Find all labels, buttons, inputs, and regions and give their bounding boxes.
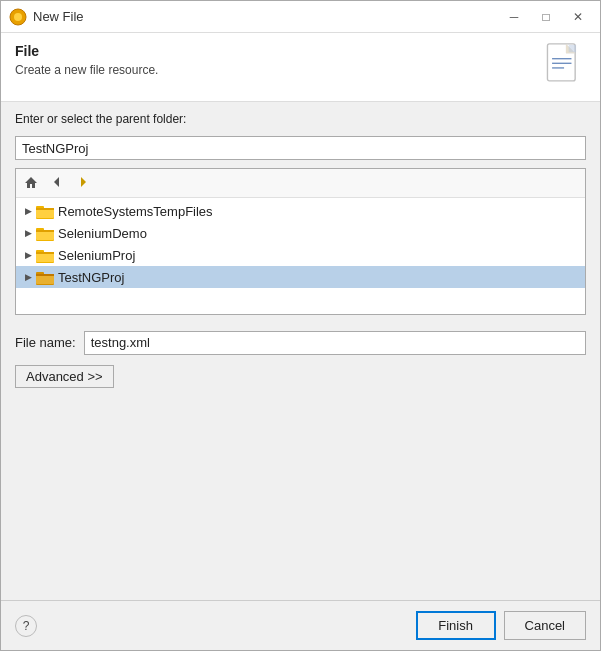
tree-toolbar <box>16 169 585 198</box>
svg-rect-27 <box>36 274 54 276</box>
title-bar: New File ─ □ ✕ <box>1 1 600 33</box>
tree-item-label-seleniumdemo: SeleniumDemo <box>58 226 147 241</box>
tree-item-seleniumproj[interactable]: ▶ SeleniumProj <box>16 244 585 266</box>
svg-rect-23 <box>36 252 54 254</box>
minimize-button[interactable]: ─ <box>500 6 528 28</box>
parent-folder-input[interactable] <box>15 136 586 160</box>
tree-item-label-remote: RemoteSystemsTempFiles <box>58 204 213 219</box>
svg-point-1 <box>14 13 22 21</box>
svg-marker-9 <box>25 177 37 188</box>
new-file-dialog: New File ─ □ ✕ File Create a new file re… <box>0 0 601 651</box>
tree-item-label-testngproj: TestNGProj <box>58 270 124 285</box>
back-button[interactable] <box>46 172 68 194</box>
forward-button[interactable] <box>72 172 94 194</box>
file-name-section: File name: <box>1 325 600 361</box>
window-title: New File <box>33 9 500 24</box>
folder-icon-seleniumdemo <box>36 225 54 241</box>
expand-icon-testngproj: ▶ <box>20 269 36 285</box>
folder-icon-remote <box>36 203 54 219</box>
tree-container: ▶ RemoteSystemsTempFiles ▶ <box>15 168 586 315</box>
header-title: File <box>15 43 158 59</box>
svg-marker-11 <box>81 177 86 187</box>
expand-icon-seleniumproj: ▶ <box>20 247 36 263</box>
home-button[interactable] <box>20 172 42 194</box>
svg-rect-19 <box>36 230 54 232</box>
footer-left: ? <box>15 615 37 637</box>
header-text: File Create a new file resource. <box>15 43 158 77</box>
svg-rect-15 <box>36 208 54 210</box>
finish-button[interactable]: Finish <box>416 611 496 640</box>
home-icon <box>24 175 38 192</box>
window-controls: ─ □ ✕ <box>500 6 592 28</box>
back-icon <box>50 175 64 192</box>
folder-icon-seleniumproj <box>36 247 54 263</box>
spacer <box>1 398 600 601</box>
tree-item-remote[interactable]: ▶ RemoteSystemsTempFiles <box>16 200 585 222</box>
header-section: File Create a new file resource. <box>1 33 600 102</box>
forward-icon <box>76 175 90 192</box>
svg-rect-8 <box>569 45 576 52</box>
tree-item-seleniumdemo[interactable]: ▶ SeleniumDemo <box>16 222 585 244</box>
maximize-button[interactable]: □ <box>532 6 560 28</box>
advanced-button[interactable]: Advanced >> <box>15 365 114 388</box>
header-subtitle: Create a new file resource. <box>15 63 158 77</box>
expand-icon-seleniumdemo: ▶ <box>20 225 36 241</box>
expand-icon-remote: ▶ <box>20 203 36 219</box>
tree-items: ▶ RemoteSystemsTempFiles ▶ <box>16 198 585 314</box>
close-button[interactable]: ✕ <box>564 6 592 28</box>
main-content: Enter or select the parent folder: <box>1 102 600 325</box>
svg-marker-10 <box>54 177 59 187</box>
folder-label: Enter or select the parent folder: <box>15 112 586 126</box>
file-icon <box>544 43 586 91</box>
footer: ? Finish Cancel <box>1 600 600 650</box>
folder-icon-testngproj <box>36 269 54 285</box>
help-button[interactable]: ? <box>15 615 37 637</box>
advanced-section: Advanced >> <box>1 361 600 398</box>
tree-item-label-seleniumproj: SeleniumProj <box>58 248 135 263</box>
footer-buttons: Finish Cancel <box>416 611 586 640</box>
file-name-input[interactable] <box>84 331 586 355</box>
window-icon <box>9 8 27 26</box>
cancel-button[interactable]: Cancel <box>504 611 586 640</box>
tree-item-testngproj[interactable]: ▶ TestNGProj <box>16 266 585 288</box>
file-name-label: File name: <box>15 335 76 350</box>
